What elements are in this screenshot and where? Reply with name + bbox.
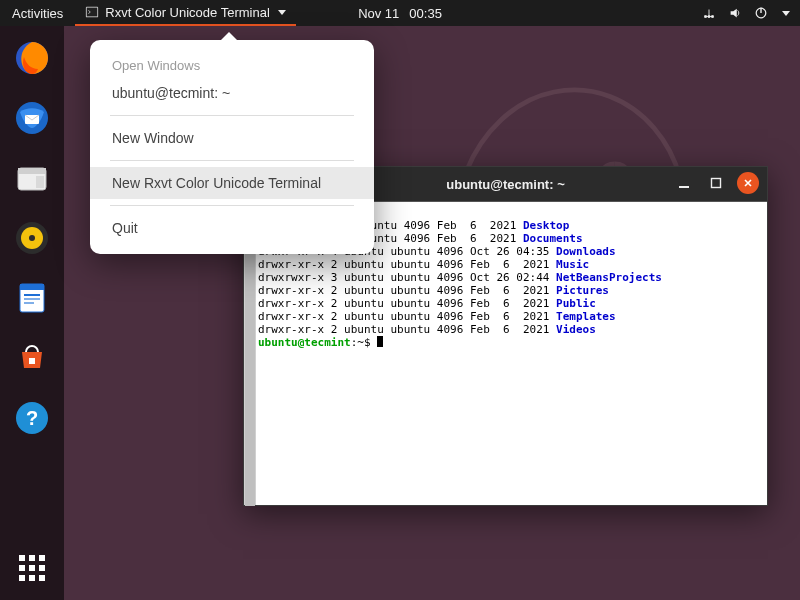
apps-grid-icon xyxy=(19,555,45,581)
dir-name: Templates xyxy=(556,310,616,323)
network-icon xyxy=(702,6,716,20)
dir-name: Downloads xyxy=(556,245,616,258)
ctx-new-terminal[interactable]: New Rxvt Color Unicode Terminal xyxy=(90,167,374,199)
dock-item-software[interactable] xyxy=(8,334,56,382)
power-icon xyxy=(754,6,768,20)
dock-item-firefox[interactable] xyxy=(8,34,56,82)
chevron-down-icon xyxy=(782,11,790,16)
svg-rect-20 xyxy=(679,186,689,188)
maximize-button[interactable] xyxy=(705,172,727,194)
prompt-path: :~$ xyxy=(351,336,378,349)
clock-date: Nov 11 xyxy=(358,6,399,21)
gnome-top-bar: Activities Rxvt Color Unicode Terminal N… xyxy=(0,0,800,26)
dock-item-rhythmbox[interactable] xyxy=(8,214,56,262)
dir-name: Documents xyxy=(523,232,583,245)
dir-name: Videos xyxy=(556,323,596,336)
ctx-separator xyxy=(110,160,354,161)
terminal-title: ubuntu@tecmint: ~ xyxy=(446,177,564,192)
dock-item-help[interactable]: ? xyxy=(8,394,56,442)
activities-button[interactable]: Activities xyxy=(0,0,75,26)
svg-rect-7 xyxy=(18,168,46,174)
svg-text:?: ? xyxy=(26,407,38,429)
svg-rect-1 xyxy=(87,8,98,17)
ls-row: drwxr-xr-x 2 ubuntu ubuntu 4096 Feb 6 20… xyxy=(258,297,763,310)
ctx-quit[interactable]: Quit xyxy=(90,212,374,244)
system-status-area[interactable] xyxy=(692,6,800,20)
clock-time: 00:35 xyxy=(409,6,442,21)
app-context-menu: Open Windows ubuntu@tecmint: ~ New Windo… xyxy=(90,40,374,254)
dock-item-files[interactable] xyxy=(8,154,56,202)
dir-name: Music xyxy=(556,258,589,271)
svg-rect-17 xyxy=(29,358,35,364)
svg-point-11 xyxy=(29,235,35,241)
show-apps-button[interactable] xyxy=(8,544,56,592)
svg-rect-16 xyxy=(24,302,34,304)
ls-row: drwxr-xr-x 2 ubuntu ubuntu 4096 Feb 6 20… xyxy=(258,310,763,323)
clock-button[interactable]: Nov 11 00:35 xyxy=(358,6,442,21)
ctx-separator xyxy=(110,205,354,206)
app-menu-label: Rxvt Color Unicode Terminal xyxy=(105,5,270,20)
app-menu-button[interactable]: Rxvt Color Unicode Terminal xyxy=(75,0,296,26)
ls-row: drwxrwxr-x 3 ubuntu ubuntu 4096 Oct 26 0… xyxy=(258,271,763,284)
dock-item-libreoffice-writer[interactable] xyxy=(8,274,56,322)
svg-rect-8 xyxy=(36,176,44,188)
ctx-separator xyxy=(110,115,354,116)
prompt-user: ubuntu@tecmint xyxy=(258,336,351,349)
minimize-button[interactable] xyxy=(673,172,695,194)
dir-name: Public xyxy=(556,297,596,310)
dock-item-thunderbird[interactable] xyxy=(8,94,56,142)
ctx-new-window[interactable]: New Window xyxy=(90,122,374,154)
svg-rect-13 xyxy=(20,284,44,290)
dock: ? xyxy=(0,26,64,600)
prompt-line: ubuntu@tecmint:~$ xyxy=(258,336,763,349)
svg-rect-15 xyxy=(24,298,40,300)
terminal-app-icon xyxy=(85,5,99,19)
dir-name: NetBeansProjects xyxy=(556,271,662,284)
ls-row: drwxr-xr-x 2 ubuntu ubuntu 4096 Feb 6 20… xyxy=(258,323,763,336)
activities-label: Activities xyxy=(12,6,63,21)
ls-row: drwxr-xr-x 2 ubuntu ubuntu 4096 Feb 6 20… xyxy=(258,284,763,297)
svg-rect-21 xyxy=(712,179,721,188)
svg-rect-14 xyxy=(24,294,40,296)
dir-name: Pictures xyxy=(556,284,609,297)
ls-row: drwxr-xr-x 2 ubuntu ubuntu 4096 Feb 6 20… xyxy=(258,258,763,271)
ctx-section-open-windows: Open Windows xyxy=(90,54,374,77)
volume-icon xyxy=(728,6,742,20)
ctx-open-window-0[interactable]: ubuntu@tecmint: ~ xyxy=(90,77,374,109)
cursor xyxy=(377,336,383,347)
dir-name: Desktop xyxy=(523,219,569,232)
close-button[interactable] xyxy=(737,172,759,194)
chevron-down-icon xyxy=(278,10,286,15)
